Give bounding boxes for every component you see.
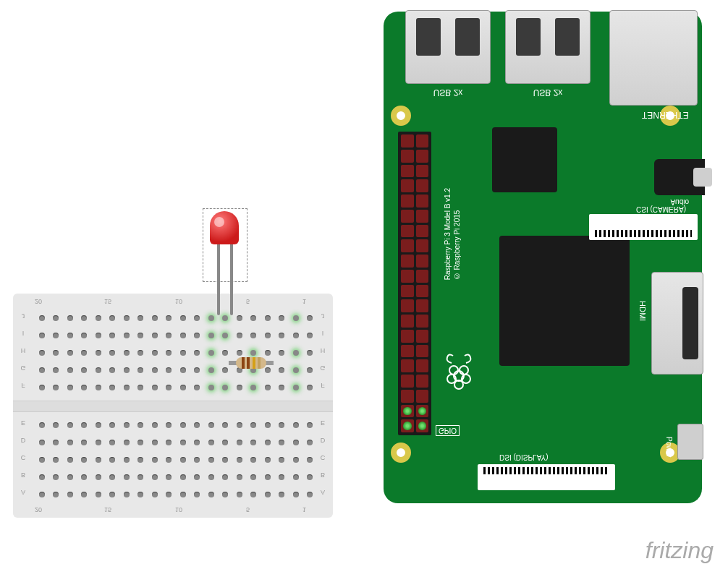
- gpio-pin: [401, 179, 414, 192]
- breadboard-hole: [237, 315, 242, 321]
- breadboard-hole: [109, 440, 115, 445]
- breadboard-row-label: F: [318, 382, 327, 389]
- breadboard-hole: [237, 350, 242, 356]
- breadboard-col-label: 20: [35, 506, 42, 513]
- gpio-pin: [416, 134, 429, 148]
- breadboard-hole: [166, 422, 172, 428]
- breadboard-hole: [67, 422, 73, 428]
- breadboard-hole: [279, 474, 284, 480]
- breadboard-hole: [180, 333, 186, 338]
- breadboard-hole: [293, 385, 299, 390]
- gpio-pin: [416, 345, 429, 358]
- breadboard-row-label: A: [19, 489, 27, 496]
- breadboard-hole: [67, 333, 73, 338]
- breadboard-hole: [194, 367, 200, 373]
- breadboard-hole: [67, 367, 73, 373]
- breadboard-hole: [194, 440, 200, 445]
- breadboard-hole: [166, 492, 172, 497]
- breadboard-hole: [250, 440, 256, 445]
- breadboard-hole: [180, 457, 186, 463]
- breadboard-hole: [293, 350, 299, 356]
- breadboard-hole: [53, 350, 59, 356]
- breadboard-hole: [96, 492, 101, 497]
- breadboard-hole: [265, 457, 271, 463]
- breadboard-hole: [53, 457, 59, 463]
- gpio-pin: [416, 179, 429, 192]
- gpio-pin: [401, 345, 414, 358]
- hdmi-port: [651, 272, 703, 375]
- breadboard-hole: [222, 385, 228, 390]
- breadboard-hole: [208, 333, 214, 338]
- breadboard-hole: [208, 440, 214, 445]
- gpio-pin: [401, 405, 414, 418]
- breadboard-hole: [180, 474, 186, 480]
- breadboard-row-label: H: [318, 347, 327, 354]
- breadboard-hole: [53, 315, 59, 321]
- breadboard-hole: [152, 474, 158, 480]
- breadboard-hole: [124, 385, 130, 390]
- breadboard-hole: [293, 367, 299, 373]
- gpio-pin: [416, 285, 429, 298]
- breadboard-hole: [180, 440, 186, 445]
- resistor-band: [253, 357, 255, 369]
- breadboard-hole: [222, 422, 228, 428]
- breadboard-row-label: B: [19, 471, 27, 479]
- breadboard-hole: [96, 350, 101, 356]
- breadboard-hole: [137, 422, 143, 428]
- gpio-pin: [401, 419, 414, 432]
- breadboard-hole: [208, 492, 214, 497]
- gpio-pin: [401, 210, 414, 223]
- breadboard-hole: [208, 385, 214, 390]
- breadboard-hole: [194, 422, 200, 428]
- gpio-pin: [416, 255, 429, 268]
- breadboard-hole: [152, 440, 158, 445]
- breadboard-hole: [279, 422, 284, 428]
- resistor-band: [247, 357, 250, 369]
- breadboard-hole: [166, 333, 172, 338]
- breadboard-hole: [96, 367, 101, 373]
- gpio-pin: [401, 239, 414, 252]
- breadboard-hole: [152, 367, 158, 373]
- breadboard-hole: [152, 315, 158, 321]
- breadboard-hole: [39, 474, 45, 480]
- breadboard-hole: [81, 440, 87, 445]
- breadboard-hole: [137, 474, 143, 480]
- breadboard-hole: [293, 440, 299, 445]
- resistor-icon: [236, 357, 266, 369]
- led-leg: [230, 243, 233, 315]
- gpio-pin: [416, 419, 429, 432]
- breadboard-hole: [152, 333, 158, 338]
- breadboard-hole: [293, 457, 299, 463]
- breadboard-hole: [124, 457, 130, 463]
- breadboard-hole: [137, 333, 143, 338]
- breadboard-col-label: 10: [175, 506, 182, 513]
- breadboard-col-label: 5: [246, 506, 250, 513]
- gpio-header: [398, 132, 431, 435]
- breadboard-hole: [265, 385, 271, 390]
- soc-chip-icon: [499, 236, 630, 366]
- mounting-hole: [391, 443, 411, 463]
- power-label: Power: [665, 437, 673, 457]
- breadboard-row-label: I: [19, 330, 27, 337]
- breadboard-hole: [96, 440, 101, 445]
- gpio-pin: [401, 195, 414, 208]
- breadboard-hole: [67, 440, 73, 445]
- breadboard-hole: [81, 315, 87, 321]
- breadboard-hole: [237, 474, 242, 480]
- breadboard-col-label: 1: [302, 298, 306, 305]
- gpio-pin: [401, 375, 414, 388]
- breadboard-hole: [307, 315, 313, 321]
- breadboard-hole: [39, 367, 45, 373]
- breadboard-hole: [180, 492, 186, 497]
- breadboard-hole: [237, 492, 242, 497]
- breadboard-hole: [96, 474, 101, 480]
- gpio-pin: [416, 239, 429, 252]
- breadboard-row-label: J: [19, 312, 27, 320]
- breadboard-hole: [124, 474, 130, 480]
- mounting-hole: [391, 106, 411, 126]
- breadboard-hole: [166, 350, 172, 356]
- chip-icon: [492, 127, 557, 192]
- breadboard-hole: [237, 422, 242, 428]
- gpio-pin: [416, 330, 429, 343]
- audio-jack: [654, 159, 705, 195]
